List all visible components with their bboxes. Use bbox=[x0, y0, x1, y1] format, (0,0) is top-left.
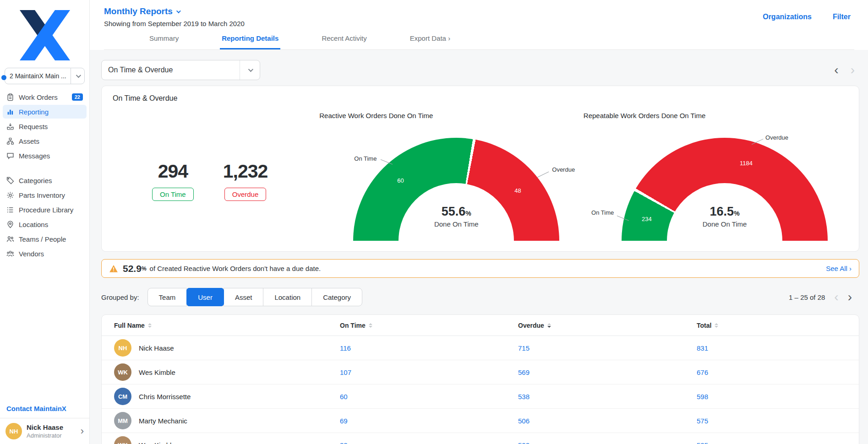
groupby-asset-button[interactable]: Asset bbox=[224, 288, 264, 306]
groupby-user-button[interactable]: User bbox=[186, 288, 224, 306]
sidebar-item-categories[interactable]: Categories bbox=[3, 173, 87, 187]
overdue-stat: 1,232 Overdue bbox=[223, 161, 268, 201]
callout-overdue: Overdue bbox=[552, 166, 575, 173]
person-name: Wes Kimble bbox=[139, 441, 175, 444]
tab-reporting-details[interactable]: Reporting Details bbox=[220, 32, 280, 49]
sidebar-item-vendors[interactable]: Vendors bbox=[3, 247, 87, 260]
total-link[interactable]: 676 bbox=[697, 368, 850, 376]
sidebar-item-locations[interactable]: Locations bbox=[3, 217, 87, 231]
gear-icon bbox=[6, 191, 14, 199]
total-link[interactable]: 598 bbox=[697, 393, 850, 401]
chevron-right-icon[interactable]: › bbox=[81, 426, 84, 436]
reactive-gauge-section: Reactive Work Orders Done On Time 60 48 … bbox=[322, 109, 590, 241]
overdue-link[interactable]: 538 bbox=[518, 393, 697, 401]
avatar: WK bbox=[114, 436, 131, 444]
sidebar-item-teams-people[interactable]: Teams / People bbox=[3, 232, 87, 246]
chevron-down-icon[interactable] bbox=[71, 68, 84, 84]
table-next-button[interactable]: › bbox=[848, 291, 852, 303]
bar-chart-icon bbox=[6, 108, 14, 116]
sidebar-item-label: Vendors bbox=[19, 250, 83, 258]
sidebar-item-reporting[interactable]: Reporting bbox=[3, 105, 87, 119]
table-row: WK Wes Kimble 32 503 535 bbox=[102, 433, 859, 444]
on-time-link[interactable]: 69 bbox=[340, 417, 518, 425]
sort-icon bbox=[369, 323, 372, 328]
overdue-count: 1,232 bbox=[223, 161, 268, 182]
table-prev-button: ‹ bbox=[834, 291, 838, 303]
total-link[interactable]: 575 bbox=[697, 417, 850, 425]
sidebar-item-label: Assets bbox=[19, 137, 83, 145]
org-selector[interactable]: 2 MaintainX Main ... bbox=[5, 68, 85, 84]
filter-link[interactable]: Filter bbox=[833, 13, 851, 21]
sidebar-item-requests[interactable]: Requests bbox=[3, 119, 87, 133]
on-time-link[interactable]: 32 bbox=[340, 441, 518, 444]
sidebar-item-assets[interactable]: Assets bbox=[3, 134, 87, 148]
overdue-badge: Overdue bbox=[224, 188, 267, 201]
avatar: NH bbox=[5, 423, 22, 439]
card-title: On Time & Overdue bbox=[113, 94, 859, 103]
sidebar-item-messages[interactable]: Messages bbox=[3, 149, 87, 162]
tab-summary[interactable]: Summary bbox=[147, 32, 180, 49]
on-time-link[interactable]: 116 bbox=[340, 344, 518, 352]
sidebar: 2 MaintainX Main ... Work Orders 22 Repo… bbox=[0, 0, 90, 444]
sidebar-item-parts-inventory[interactable]: Parts Inventory bbox=[3, 188, 87, 202]
profile-row[interactable]: NH Nick Haase Administrator › bbox=[0, 418, 89, 444]
on-time-link[interactable]: 60 bbox=[340, 393, 518, 401]
main-area: Monthly Reports Showing from September 2… bbox=[90, 0, 868, 444]
groupby-location-button[interactable]: Location bbox=[263, 288, 312, 306]
sidebar-nav: Work Orders 22 Reporting Requests Assets… bbox=[0, 90, 89, 261]
warning-banner: 52.9 % of Created Reactive Work Orders d… bbox=[101, 259, 859, 278]
total-link[interactable]: 535 bbox=[697, 441, 850, 444]
reactive-gauge-chart: 60 48 On Time Overdue 55.6% Done On Time bbox=[353, 138, 559, 241]
column-header-full-name[interactable]: Full Name bbox=[114, 322, 340, 329]
on-time-count: 294 bbox=[152, 161, 194, 182]
page-title: Monthly Reports bbox=[104, 6, 173, 16]
chevron-down-icon[interactable] bbox=[240, 60, 260, 80]
map-pin-icon bbox=[6, 221, 14, 228]
report-type-select[interactable]: On Time & Overdue bbox=[101, 60, 260, 80]
groupby-team-button[interactable]: Team bbox=[147, 288, 187, 306]
sidebar-item-label: Parts Inventory bbox=[19, 191, 83, 199]
gauge-center-value: 16.5% Done On Time bbox=[703, 205, 747, 228]
column-header-total[interactable]: Total bbox=[697, 322, 850, 329]
see-all-link[interactable]: See All › bbox=[826, 265, 852, 272]
tab-export-data[interactable]: Export Data › bbox=[408, 32, 452, 49]
table-pager: 1 – 25 of 28 ‹ › bbox=[789, 291, 859, 303]
contact-maintainx-link[interactable]: Contact MaintainX bbox=[0, 399, 89, 418]
total-link[interactable]: 831 bbox=[697, 344, 850, 352]
warning-percent: 52.9 bbox=[123, 263, 142, 274]
overdue-link[interactable]: 715 bbox=[518, 344, 697, 352]
chart-prev-button[interactable]: ‹ bbox=[834, 64, 838, 76]
column-header-on-time[interactable]: On Time bbox=[340, 322, 518, 329]
chevron-right-icon: › bbox=[849, 265, 852, 272]
overdue-link[interactable]: 569 bbox=[518, 368, 697, 376]
on-time-stat: 294 On Time bbox=[152, 161, 194, 201]
overdue-link[interactable]: 503 bbox=[518, 441, 697, 444]
report-title-dropdown[interactable]: Monthly Reports bbox=[104, 6, 180, 16]
tab-recent-activity[interactable]: Recent Activity bbox=[320, 32, 368, 49]
table-header-row: Full Name On Time Overdue Total bbox=[102, 315, 859, 336]
overdue-link[interactable]: 506 bbox=[518, 417, 697, 425]
sidebar-item-work-orders[interactable]: Work Orders 22 bbox=[3, 90, 87, 104]
sidebar-item-procedure-library[interactable]: Procedure Library bbox=[3, 203, 87, 217]
organizations-link[interactable]: Organizations bbox=[763, 13, 812, 21]
on-time-link[interactable]: 107 bbox=[340, 368, 518, 376]
warning-percent-unit: % bbox=[142, 265, 147, 272]
column-header-overdue[interactable]: Overdue bbox=[518, 322, 697, 329]
sidebar-item-label: Reporting bbox=[19, 108, 83, 116]
grouped-by-row: Grouped by: Team User Asset Location Cat… bbox=[101, 288, 859, 306]
segment-value-overdue: 1184 bbox=[740, 160, 753, 167]
groupby-category-button[interactable]: Category bbox=[311, 288, 362, 306]
sidebar-item-label: Requests bbox=[19, 123, 83, 130]
callout-on-time: On Time bbox=[354, 155, 377, 162]
warning-icon bbox=[109, 265, 118, 273]
callout-on-time: On Time bbox=[591, 209, 614, 216]
person-name: Nick Haase bbox=[139, 344, 174, 352]
chat-icon bbox=[6, 152, 14, 160]
sort-icon-active-desc bbox=[547, 323, 551, 328]
gauge-center-value: 55.6% Done On Time bbox=[434, 205, 479, 228]
repeatable-gauge-section: Repeatable Work Orders Done On Time 234 … bbox=[590, 109, 859, 241]
person-name: Wes Kimble bbox=[139, 368, 175, 376]
profile-role: Administrator bbox=[27, 432, 63, 439]
page-header: Monthly Reports Showing from September 2… bbox=[90, 0, 868, 50]
sort-icon bbox=[148, 323, 152, 328]
